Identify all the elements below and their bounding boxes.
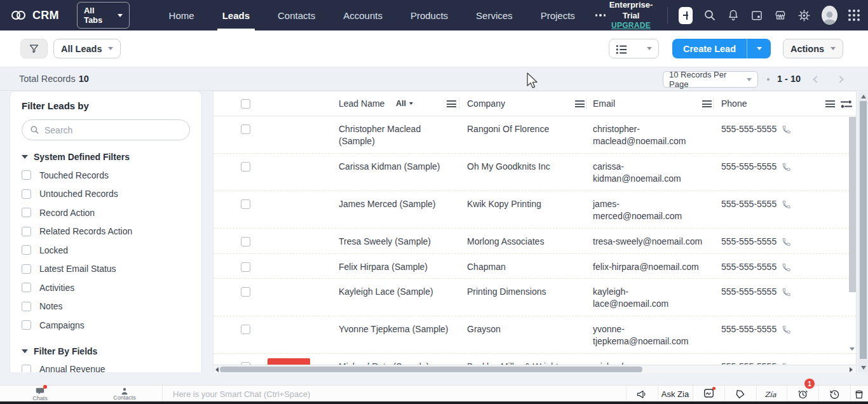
checkbox[interactable] bbox=[22, 208, 31, 217]
list-view-selector[interactable]: All Leads bbox=[53, 39, 121, 58]
select-all-checkbox[interactable] bbox=[241, 99, 250, 109]
col-header-phone[interactable]: Phone bbox=[721, 98, 747, 109]
table-row[interactable]: Yvonne Tjepkema (Sample) Grayson yvonne-… bbox=[214, 316, 856, 354]
calendar-icon[interactable] bbox=[750, 9, 763, 22]
filter-item-latest-email-status[interactable]: Latest Email Status bbox=[22, 260, 190, 279]
create-lead-button[interactable]: Create Lead bbox=[672, 39, 747, 58]
filter-search-input[interactable] bbox=[44, 125, 172, 135]
filter-item-untouched-records[interactable]: Untouched Records bbox=[22, 185, 190, 204]
table-row[interactable]: Tresa Sweely (Sample) Morlong Associates… bbox=[214, 229, 856, 254]
phone-icon[interactable] bbox=[782, 287, 791, 297]
lead-name-filter-dropdown[interactable]: All bbox=[396, 99, 413, 108]
row-checkbox[interactable] bbox=[241, 162, 250, 172]
checkbox[interactable] bbox=[22, 283, 31, 292]
column-menu-icon[interactable] bbox=[702, 100, 712, 107]
scroll-up-icon[interactable] bbox=[861, 95, 866, 98]
all-tabs-dropdown[interactable]: All Tabs bbox=[77, 2, 130, 29]
announcements-button[interactable] bbox=[626, 386, 658, 403]
checkbox[interactable] bbox=[22, 189, 31, 199]
ask-zia-button[interactable]: Ask Zia bbox=[658, 386, 693, 403]
section-system-defined-filters[interactable]: System Defined Filters bbox=[22, 152, 190, 162]
phone-icon[interactable] bbox=[782, 199, 791, 209]
checkbox[interactable] bbox=[22, 264, 31, 274]
col-header-company[interactable]: Company bbox=[467, 98, 505, 109]
tab-contacts[interactable]: Contacts bbox=[264, 0, 329, 30]
recycle-bin-button[interactable] bbox=[850, 386, 868, 403]
scroll-right-icon[interactable] bbox=[850, 367, 853, 372]
tab-home[interactable]: Home bbox=[155, 0, 208, 30]
email-cell[interactable]: felix-hirpara@noemail.com bbox=[593, 261, 717, 273]
crm-logo[interactable]: CRM bbox=[10, 8, 59, 22]
filter-item-touched-records[interactable]: Touched Records bbox=[22, 166, 190, 185]
phone-icon[interactable] bbox=[782, 325, 791, 334]
table-row[interactable]: Felix Hirpara (Sample) Chapman felix-hir… bbox=[214, 254, 856, 279]
recent-history-button[interactable] bbox=[818, 386, 850, 403]
filter-item-related-records-action[interactable]: Related Records Action bbox=[22, 222, 190, 241]
row-checkbox[interactable] bbox=[241, 237, 250, 246]
checkbox[interactable] bbox=[22, 365, 31, 372]
lead-name-cell[interactable]: James Merced (Sample) bbox=[339, 198, 459, 210]
row-checkbox[interactable] bbox=[241, 125, 250, 134]
apps-grid-icon[interactable] bbox=[848, 10, 860, 21]
filter-toggle-button[interactable] bbox=[20, 39, 48, 58]
phone-icon[interactable] bbox=[782, 125, 791, 134]
contacts-panel-button[interactable]: Contacts bbox=[110, 386, 139, 403]
column-menu-icon[interactable] bbox=[447, 100, 456, 107]
lead-name-cell[interactable]: Christopher Maclead (Sample) bbox=[339, 123, 459, 147]
lead-name-cell[interactable]: Kayleigh Lace (Sample) bbox=[339, 286, 459, 298]
email-cell[interactable]: kayleigh- lace@noemail.com bbox=[593, 286, 717, 310]
col-header-email[interactable]: Email bbox=[593, 98, 615, 109]
tab-projects[interactable]: Projects bbox=[527, 0, 589, 30]
more-tabs-icon[interactable] bbox=[595, 0, 606, 30]
checkbox[interactable] bbox=[22, 245, 31, 255]
chats-panel-button[interactable]: Chats bbox=[25, 386, 55, 403]
filter-item-record-action[interactable]: Record Action bbox=[22, 203, 190, 222]
tab-services[interactable]: Services bbox=[462, 0, 527, 30]
tab-products[interactable]: Products bbox=[397, 0, 462, 30]
quick-create-button[interactable] bbox=[679, 7, 693, 24]
phone-icon[interactable] bbox=[782, 262, 791, 272]
email-cell[interactable]: carissa- kidman@noemail.com bbox=[593, 161, 717, 185]
row-checkbox[interactable] bbox=[241, 262, 250, 272]
section-filter-by-fields[interactable]: Filter By Fields bbox=[22, 346, 190, 356]
filter-item-annual-revenue[interactable]: Annual Revenue bbox=[22, 360, 190, 373]
checkbox[interactable] bbox=[22, 227, 31, 236]
settings-gear-icon[interactable] bbox=[797, 9, 811, 22]
notifications-bell-icon[interactable] bbox=[727, 9, 740, 22]
row-checkbox[interactable] bbox=[241, 199, 250, 209]
zia-insights-button[interactable] bbox=[693, 386, 724, 403]
table-vertical-scrollbar-thumb[interactable] bbox=[849, 117, 856, 292]
column-settings-icon[interactable] bbox=[840, 100, 853, 109]
zia-signature-button[interactable]: Zía bbox=[756, 386, 787, 403]
table-row[interactable]: Carissa Kidman (Sample) Oh My Goodknits … bbox=[214, 154, 856, 191]
tag-button[interactable] bbox=[724, 386, 756, 403]
actions-dropdown[interactable]: Actions bbox=[783, 39, 843, 58]
scroll-down-icon[interactable] bbox=[861, 366, 866, 370]
tab-accounts[interactable]: Accounts bbox=[329, 0, 397, 30]
page-vertical-scrollbar-thumb[interactable] bbox=[860, 101, 867, 359]
checkbox[interactable] bbox=[22, 170, 31, 180]
filter-item-locked[interactable]: Locked bbox=[22, 241, 190, 260]
table-row[interactable]: Christopher Maclead (Sample) Rangoni Of … bbox=[214, 116, 856, 154]
marketplace-store-icon[interactable] bbox=[774, 9, 787, 22]
table-row[interactable]: Kayleigh Lace (Sample) Printing Dimensio… bbox=[214, 279, 856, 316]
email-cell[interactable]: yvonne- tjepkema@noemail.com bbox=[593, 323, 717, 347]
display-mode-dropdown[interactable] bbox=[609, 39, 659, 58]
checkbox[interactable] bbox=[22, 320, 31, 330]
email-cell[interactable]: tresa-sweely@noemail.com bbox=[593, 236, 717, 248]
filter-item-activities[interactable]: Activities bbox=[22, 278, 190, 297]
create-lead-dropdown[interactable] bbox=[747, 39, 771, 58]
scroll-left-icon[interactable] bbox=[215, 367, 219, 372]
email-cell[interactable]: christopher- maclead@noemail.com bbox=[593, 123, 717, 147]
row-checkbox[interactable] bbox=[241, 325, 250, 334]
checkbox[interactable] bbox=[22, 302, 31, 311]
user-avatar[interactable] bbox=[822, 6, 837, 25]
phone-icon[interactable] bbox=[782, 162, 791, 172]
records-per-page-dropdown[interactable]: 10 Records Per Page bbox=[663, 71, 758, 88]
lead-name-cell[interactable]: Felix Hirpara (Sample) bbox=[339, 261, 459, 273]
col-header-lead-name[interactable]: Lead Name bbox=[339, 98, 384, 109]
email-cell[interactable]: james- merced@noemail.com bbox=[593, 198, 717, 222]
filter-item-campaigns[interactable]: Campaigns bbox=[22, 316, 190, 335]
lead-name-cell[interactable]: Carissa Kidman (Sample) bbox=[339, 161, 459, 173]
upgrade-link[interactable]: UPGRADE bbox=[606, 21, 656, 30]
